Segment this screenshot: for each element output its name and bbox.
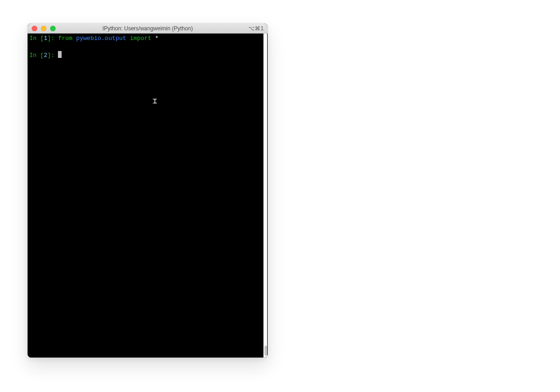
- prompt-number: 2: [44, 52, 47, 59]
- module-name: pywebio.output: [76, 35, 130, 42]
- close-window-button[interactable]: [32, 26, 37, 31]
- terminal-body[interactable]: In [1]: from pywebio.output import * In …: [28, 34, 268, 358]
- terminal-line-2: In [2]:: [29, 51, 266, 60]
- scrollbar-thumb[interactable]: [264, 346, 267, 356]
- keyword-from: from: [58, 35, 76, 42]
- mouse-text-cursor-icon: ⌶: [153, 97, 157, 105]
- terminal-line-1: In [1]: from pywebio.output import *: [29, 34, 266, 43]
- input-cursor: [58, 51, 62, 58]
- window-title: IPython: Users/wangweimin (Python): [28, 25, 268, 32]
- window-titlebar: IPython: Users/wangweimin (Python) ⌥⌘1: [28, 23, 268, 34]
- bracket-close: ]:: [47, 35, 58, 42]
- bracket-close: ]:: [47, 52, 58, 59]
- terminal-window: IPython: Users/wangweimin (Python) ⌥⌘1 I…: [28, 23, 268, 358]
- prompt-in: In: [29, 35, 40, 42]
- maximize-window-button[interactable]: [50, 26, 56, 31]
- minimize-window-button[interactable]: [41, 26, 46, 31]
- star-token: *: [155, 35, 159, 42]
- scrollbar-track[interactable]: [263, 34, 267, 358]
- window-controls: [28, 26, 56, 31]
- window-shortcut-indicator: ⌥⌘1: [248, 25, 264, 32]
- prompt-number: 1: [44, 35, 47, 42]
- prompt-in: In: [29, 52, 40, 59]
- blank-line: [29, 43, 266, 51]
- keyword-import: import: [130, 35, 155, 42]
